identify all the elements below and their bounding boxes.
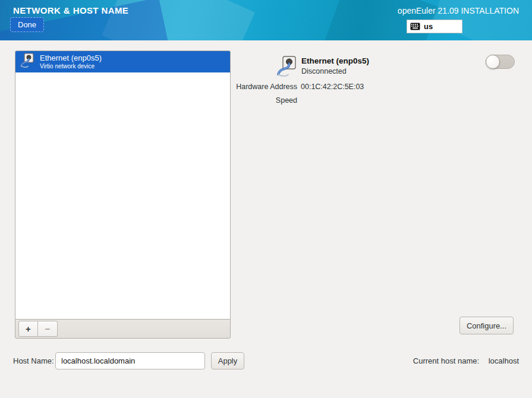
speed-label: Speed	[214, 96, 297, 105]
current-hostname-value: localhost	[489, 356, 519, 365]
hardware-address-value: 00:1C:42:2C:5E:03	[301, 83, 364, 91]
device-enable-toggle[interactable]	[486, 55, 515, 69]
current-hostname-label: Current host name:	[413, 356, 479, 365]
done-button[interactable]: Done	[10, 17, 44, 32]
detail-device-status: Disconnected	[301, 67, 347, 75]
keyboard-layout-indicator[interactable]: us	[407, 20, 462, 33]
hardware-address-label: Hardware Address	[214, 83, 297, 91]
remove-device-button[interactable]: −	[38, 321, 58, 337]
hostname-label: Host Name:	[13, 356, 54, 365]
device-description: Virtio network device	[40, 63, 102, 70]
apply-button[interactable]: Apply	[211, 352, 244, 369]
device-list-item-ethernet[interactable]: Ethernet (enp0s5) Virtio network device	[15, 51, 230, 72]
header-bar: NETWORK & HOST NAME Done openEuler 21.09…	[0, 0, 532, 40]
page-title: NETWORK & HOST NAME	[13, 5, 128, 15]
device-list-panel: Ethernet (enp0s5) Virtio network device …	[15, 50, 231, 339]
device-name: Ethernet (enp0s5)	[40, 54, 102, 63]
keyboard-icon	[410, 23, 420, 30]
ethernet-icon-large	[275, 55, 298, 82]
device-list-toolbar: + −	[15, 319, 231, 339]
configure-button[interactable]: Configure...	[459, 317, 514, 334]
add-device-button[interactable]: +	[18, 321, 38, 337]
ethernet-icon	[19, 52, 35, 72]
device-properties: Hardware Address 00:1C:42:2C:5E:03 Speed	[214, 83, 392, 110]
installer-title: openEuler 21.09 INSTALLATION	[398, 6, 519, 15]
detail-device-name: Ethernet (enp0s5)	[301, 56, 369, 65]
toggle-knob	[486, 55, 500, 69]
device-list: Ethernet (enp0s5) Virtio network device	[15, 50, 231, 319]
current-hostname: Current host name: localhost	[413, 356, 519, 365]
keyboard-layout-label: us	[424, 22, 433, 31]
hostname-input[interactable]	[55, 352, 205, 369]
